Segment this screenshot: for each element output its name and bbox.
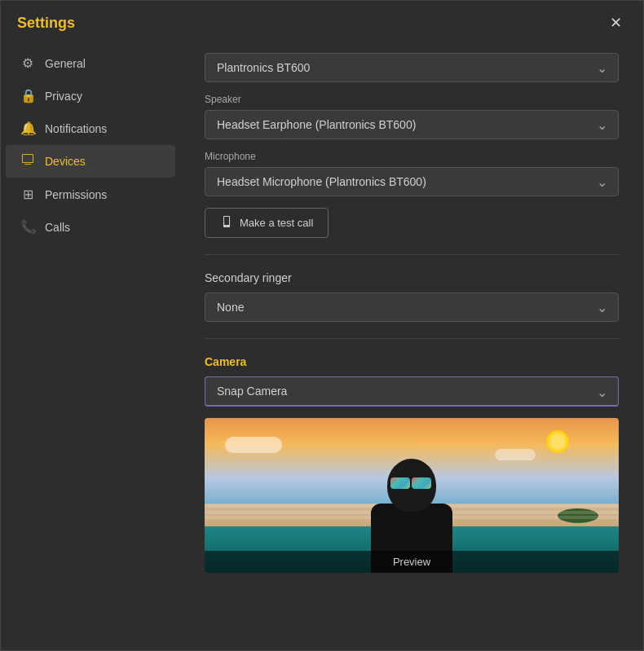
test-call-label: Make a test call — [240, 217, 313, 229]
preview-cloud1 — [225, 437, 282, 453]
audio-device-select[interactable]: Plantronics BT600 — [205, 53, 619, 82]
content-area: Plantronics BT600 Speaker Headset Earpho… — [180, 40, 643, 650]
preview-cloud2 — [495, 449, 536, 460]
camera-select[interactable]: Snap Camera — [205, 376, 619, 407]
sidebar-item-permissions[interactable]: ⊞ Permissions — [6, 178, 175, 210]
divider-2 — [205, 338, 619, 339]
close-button[interactable]: ✕ — [605, 14, 627, 32]
secondary-ringer-dropdown-wrapper: None — [205, 293, 619, 322]
sidebar-item-privacy[interactable]: 🔒 Privacy — [6, 80, 175, 112]
lens-right — [412, 477, 431, 489]
divider-1 — [205, 254, 619, 255]
audio-device-group: Plantronics BT600 — [205, 53, 619, 82]
speaker-dropdown-wrapper: Headset Earphone (Plantronics BT600) — [205, 110, 619, 139]
sidebar: ⚙ General 🔒 Privacy 🔔 Notifications Devi… — [1, 40, 180, 650]
lens-left — [390, 477, 410, 489]
devices-icon — [20, 153, 35, 169]
camera-preview: Preview — [205, 418, 619, 573]
speaker-group: Speaker Headset Earphone (Plantronics BT… — [205, 94, 619, 139]
settings-window: Settings ✕ ⚙ General 🔒 Privacy 🔔 Notific… — [0, 0, 644, 651]
person-sunglasses — [390, 477, 433, 489]
microphone-label: Microphone — [205, 151, 619, 162]
microphone-dropdown-wrapper: Headset Microphone (Plantronics BT600) — [205, 167, 619, 196]
sidebar-label-general: General — [45, 57, 86, 70]
sidebar-item-devices[interactable]: Devices — [6, 145, 175, 178]
camera-group: Camera Snap Camera — [205, 355, 619, 407]
test-call-icon — [220, 215, 233, 231]
sidebar-item-calls[interactable]: 📞 Calls — [6, 211, 175, 243]
test-call-button[interactable]: Make a test call — [205, 208, 329, 238]
secondary-ringer-select[interactable]: None — [205, 293, 619, 322]
phone-icon: 📞 — [20, 219, 35, 235]
sidebar-label-permissions: Permissions — [45, 188, 107, 201]
bell-icon: 🔔 — [20, 121, 35, 136]
permissions-icon: ⊞ — [20, 187, 35, 202]
microphone-select[interactable]: Headset Microphone (Plantronics BT600) — [205, 167, 619, 196]
sidebar-label-devices: Devices — [45, 155, 86, 168]
speaker-select[interactable]: Headset Earphone (Plantronics BT600) — [205, 110, 619, 139]
secondary-ringer-label: Secondary ringer — [205, 271, 619, 284]
window-title: Settings — [17, 15, 75, 32]
sidebar-label-notifications: Notifications — [45, 122, 107, 135]
speaker-label: Speaker — [205, 94, 619, 105]
lock-icon: 🔒 — [20, 88, 35, 103]
microphone-group: Microphone Headset Microphone (Plantroni… — [205, 151, 619, 196]
title-bar: Settings ✕ — [1, 1, 643, 40]
sidebar-label-calls: Calls — [45, 221, 70, 234]
sidebar-item-general[interactable]: ⚙ General — [6, 47, 175, 79]
audio-device-dropdown-wrapper: Plantronics BT600 — [205, 53, 619, 82]
camera-dropdown-wrapper: Snap Camera — [205, 376, 619, 407]
camera-section-label: Camera — [205, 355, 619, 368]
preview-label: Preview — [205, 551, 619, 573]
gear-icon: ⚙ — [20, 55, 35, 71]
preview-scene: Preview — [205, 418, 619, 573]
secondary-ringer-group: Secondary ringer None — [205, 271, 619, 322]
sidebar-label-privacy: Privacy — [45, 90, 82, 103]
sidebar-item-notifications[interactable]: 🔔 Notifications — [6, 112, 175, 144]
main-layout: ⚙ General 🔒 Privacy 🔔 Notifications Devi… — [1, 40, 643, 650]
